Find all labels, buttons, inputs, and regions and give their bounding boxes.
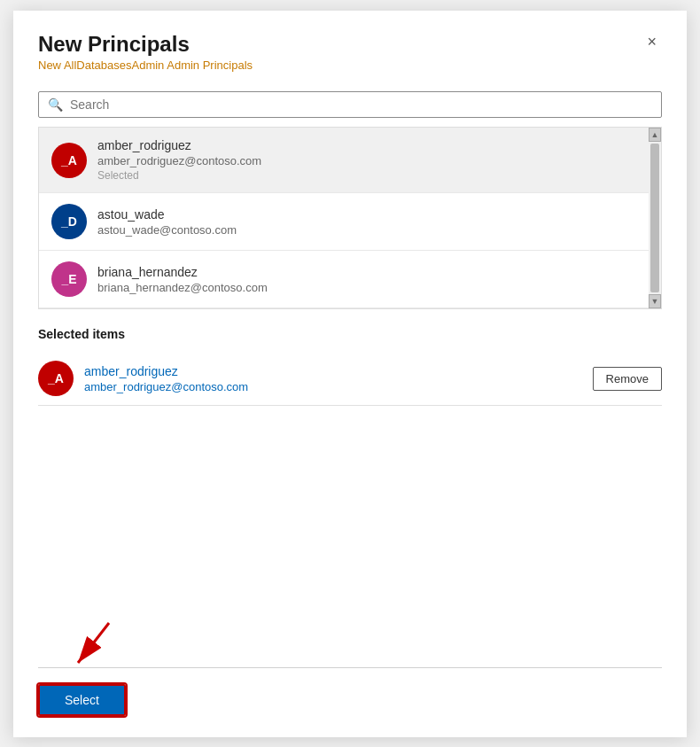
item-name: amber_rodriguez <box>97 138 261 152</box>
avatar: _E <box>51 261 87 297</box>
selected-item-name: amber_rodriguez <box>84 364 593 378</box>
arrow-svg <box>65 619 127 672</box>
dialog-subtitle: New AllDatabasesAdmin Admin Principals <box>38 58 253 72</box>
new-principals-dialog: New Principals New AllDatabasesAdmin Adm… <box>13 11 687 737</box>
dialog-title: New Principals <box>38 32 253 58</box>
selected-items-section: Selected items _A amber_rodriguez amber_… <box>38 327 662 406</box>
search-input[interactable] <box>70 97 652 112</box>
remove-button[interactable]: Remove <box>593 367 662 391</box>
scroll-down-button[interactable]: ▼ <box>649 294 661 308</box>
search-icon: 🔍 <box>48 97 63 112</box>
item-info: briana_hernandez briana_hernandez@contos… <box>97 265 268 294</box>
arrow-indicator <box>65 619 127 675</box>
item-info: amber_rodriguez amber_rodriguez@contoso.… <box>97 138 261 182</box>
select-button[interactable]: Select <box>38 684 126 716</box>
footer-area: Select <box>38 667 662 716</box>
list-item[interactable]: _A amber_rodriguez amber_rodriguez@conto… <box>39 128 661 193</box>
close-button[interactable]: × <box>642 32 662 51</box>
item-email: astou_wade@contoso.com <box>97 223 237 237</box>
svg-line-1 <box>78 623 109 663</box>
principals-list: _A amber_rodriguez amber_rodriguez@conto… <box>38 127 662 309</box>
avatar: _A <box>51 143 87 178</box>
list-item[interactable]: _E briana_hernandez briana_hernandez@con… <box>39 251 661 308</box>
footer-divider-area: Select <box>38 667 662 716</box>
item-name: astou_wade <box>97 207 237 222</box>
dialog-header: New Principals New AllDatabasesAdmin Adm… <box>38 32 662 73</box>
avatar: _D <box>51 204 87 239</box>
selected-item-info: amber_rodriguez amber_rodriguez@contoso.… <box>84 364 593 393</box>
avatar: _A <box>38 361 74 396</box>
selected-items-title: Selected items <box>38 327 662 341</box>
item-email: amber_rodriguez@contoso.com <box>97 154 261 167</box>
item-status: Selected <box>97 169 261 182</box>
header-text: New Principals New AllDatabasesAdmin Adm… <box>38 32 253 73</box>
search-box: 🔍 <box>38 91 662 118</box>
item-email: briana_hernandez@contoso.com <box>97 281 268 294</box>
item-info: astou_wade astou_wade@contoso.com <box>97 207 237 237</box>
item-name: briana_hernandez <box>97 265 268 279</box>
selected-item-row: _A amber_rodriguez amber_rodriguez@conto… <box>38 352 662 406</box>
scrollbar[interactable]: ▲ ▼ <box>649 128 661 308</box>
scroll-up-button[interactable]: ▲ <box>649 128 661 142</box>
scroll-thumb[interactable] <box>650 144 659 292</box>
selected-item-email: amber_rodriguez@contoso.com <box>84 380 593 393</box>
list-item[interactable]: _D astou_wade astou_wade@contoso.com <box>39 193 661 251</box>
